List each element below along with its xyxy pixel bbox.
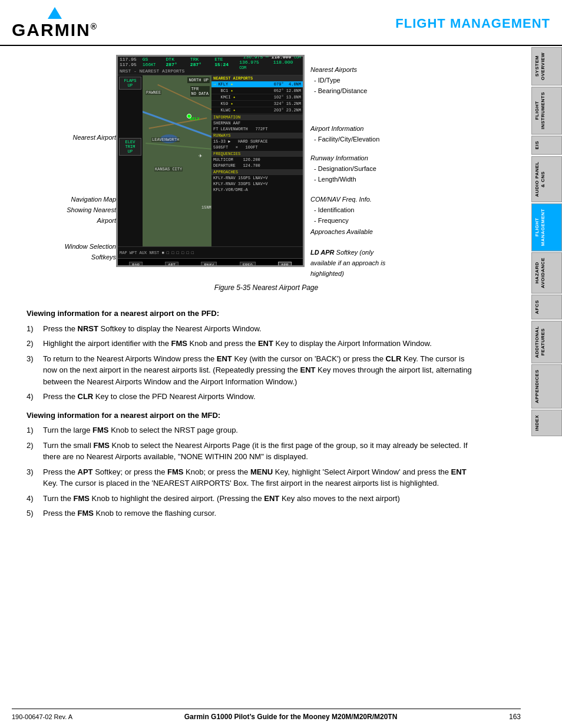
leavenworth-label: LEAVENWORTH bbox=[151, 137, 180, 142]
information-line2: FT LEAVENWORTH 772FT bbox=[211, 126, 303, 132]
kfly-map-label: KFLY bbox=[190, 117, 200, 121]
approach-2: KFLY-RNAV 33GPS LNAV+V bbox=[211, 181, 303, 187]
footer-page-number: 163 bbox=[509, 713, 521, 721]
north-up-indicator: NORTH UP bbox=[187, 77, 210, 83]
pawnee-label: PAWNEE bbox=[146, 90, 161, 95]
mfd-steps-list: 1) Turn the large FMS Knob to select the… bbox=[27, 424, 480, 519]
information-title: INFORMATION bbox=[211, 114, 303, 120]
nearest-airports-title: NEAREST AIRPORTS bbox=[211, 75, 303, 81]
avionics-screen-col: 117.95117.95 GS 166KT DTK 287° TRK 287° … bbox=[116, 55, 305, 267]
road-line-3 bbox=[146, 143, 211, 151]
ann-approaches: Approaches Available bbox=[310, 226, 373, 236]
airport-row-k59: K59 ✦ 324° 15.2NM bbox=[211, 101, 303, 107]
tab-hazard-avoidance[interactable]: HAZARDAVOIDANCE bbox=[531, 252, 562, 294]
departure-freq: DEPARTURE 124.700 bbox=[211, 163, 303, 169]
approach-1: KFLY-RNAV 15GPS LNAV+V bbox=[211, 175, 303, 181]
avionics-screen: 117.95117.95 GS 166KT DTK 287° TRK 287° … bbox=[116, 55, 305, 267]
softkey-apt[interactable]: APT bbox=[165, 262, 178, 268]
tab-flight-management[interactable]: FLIGHTMANAGEMENT bbox=[531, 203, 562, 251]
airport-row-klwc: KLWC ✦ 203° 23.2NM bbox=[211, 107, 303, 114]
ann-cominav-info: COM/NAV Freq. Info.- Identification- Fre… bbox=[310, 193, 372, 225]
approach-3: KFLY-VOR/DME-A bbox=[211, 187, 303, 193]
airport-row-bc1: BC1 ✦ 052° 12.8NM bbox=[211, 88, 303, 94]
mfd-step-5: 5) Press the FMS Knob to remove the flas… bbox=[27, 508, 480, 519]
garmin-logo: GARMIN® bbox=[12, 7, 98, 40]
avi-main-area: FLAPSUP ELEVTRIMUP bbox=[118, 75, 303, 246]
pfd-section-heading: Viewing information for a nearest airpor… bbox=[27, 308, 480, 319]
avi-data-panel: NEAREST AIRPORTS → KFLY ✦ 079° 4.0NM BC1… bbox=[211, 75, 303, 246]
softkey-freq[interactable]: FREQ bbox=[240, 262, 256, 268]
dtk-value: DTK 287° bbox=[166, 57, 188, 67]
frequencies-title: FREQUENCIES bbox=[211, 151, 303, 157]
tab-system-overview[interactable]: SYSTEMOVERVIEW bbox=[531, 47, 562, 85]
ann-airport-info: Airport Information- Facility/City/Eleva… bbox=[310, 123, 379, 144]
approaches-title: APPROACHES bbox=[211, 169, 303, 175]
garmin-triangle-icon bbox=[48, 7, 62, 19]
page-footer: 190-00647-02 Rev. A Garmin G1000 Pilot’s… bbox=[12, 709, 521, 721]
softkey-rnav[interactable]: RNAV bbox=[201, 262, 217, 268]
tab-eis[interactable]: EIS bbox=[531, 136, 562, 154]
figure-inner: Nearest Airport Navigation MapShowing Ne… bbox=[25, 55, 508, 292]
avi-subtitle: NRST - NEAREST AIRPORTS bbox=[120, 68, 184, 74]
ann-ld-apr: LD APR Softkey (onlyavailable if an appr… bbox=[310, 246, 385, 278]
tab-additional-features[interactable]: ADDITIONALFEATURES bbox=[531, 321, 562, 363]
pfd-step-2: 2) Highlight the airport identifier with… bbox=[27, 338, 480, 350]
airport-row-kfly: → KFLY ✦ 079° 4.0NM bbox=[211, 81, 303, 88]
ann-nav-map: Navigation MapShowing NearestAirport bbox=[67, 193, 116, 225]
mfd-section-heading: Viewing information for a nearest airpor… bbox=[27, 410, 480, 421]
left-annotations: Nearest Airport Navigation MapShowing Ne… bbox=[25, 55, 116, 279]
kansas-city-label: KANSAS CITY bbox=[154, 167, 183, 172]
figure-container: Nearest Airport Navigation MapShowing Ne… bbox=[12, 55, 521, 292]
tab-index[interactable]: INDEX bbox=[531, 410, 562, 436]
avi-status-bar: MAP WPT AUX NRST ■ □ □ □ □ □ □ bbox=[118, 246, 303, 258]
tab-flight-instruments[interactable]: FLIGHTINSTRUMENTS bbox=[531, 87, 562, 134]
avi-map-area: PAWNEE LEAVENWORTH KANSAS CITY KFLY 15NM… bbox=[143, 75, 211, 246]
garmin-wordmark: GARMIN® bbox=[12, 20, 98, 40]
figure-caption: Figure 5-35 Nearest Airport Page bbox=[25, 284, 508, 292]
information-line1: SHERMAN AAF bbox=[211, 120, 303, 126]
avi-left-controls: FLAPSUP ELEVTRIMUP bbox=[118, 75, 143, 246]
page-header: GARMIN® FLIGHT MANAGEMENT bbox=[0, 0, 562, 46]
trk-value: TRK 287° bbox=[190, 57, 212, 67]
mfd-step-3: 3) Press the APT Softkey; or press the F… bbox=[27, 466, 480, 489]
tab-afcs[interactable]: AFCS bbox=[531, 295, 562, 319]
ann-nearest-airports: Nearest Airports- ID/Type- Bearing/Dista… bbox=[310, 64, 368, 95]
softkey-apr[interactable]: APR bbox=[278, 262, 292, 268]
plane-icon: ✈ bbox=[199, 152, 206, 159]
softkey-pap[interactable]: PAP bbox=[129, 262, 143, 268]
footer-title: Garmin G1000 Pilot’s Guide for the Moone… bbox=[184, 713, 398, 721]
multicom-freq: MULTICOM 126.200 bbox=[211, 157, 303, 163]
pfd-step-3: 3) To return to the Nearest Airports Win… bbox=[27, 353, 480, 388]
footer-doc-id: 190-00647-02 Rev. A bbox=[12, 713, 72, 720]
flaps-control: FLAPSUP bbox=[119, 77, 141, 90]
airport-row-kmci: KMCI ✦ 102° 13.8NM bbox=[211, 94, 303, 101]
pfd-step-4: 4) Press the CLR Key to close the PFD Ne… bbox=[27, 391, 480, 403]
ann-nearest-airport: Nearest Airport bbox=[72, 131, 116, 142]
gs-label: GS 166KT bbox=[143, 57, 164, 67]
diagram-wrapper: Nearest Airport Navigation MapShowing Ne… bbox=[25, 55, 508, 279]
tfr-indicator: TFRNO DATA bbox=[190, 86, 210, 97]
trim-control: ELEVTRIMUP bbox=[119, 138, 141, 156]
distance-label: 15NM bbox=[201, 205, 211, 210]
mfd-step-2: 2) Turn the small FMS Knob to select the… bbox=[27, 440, 480, 463]
tab-audio-panel[interactable]: AUDIO PANEL& CNS bbox=[531, 156, 562, 202]
page-title: FLIGHT MANAGEMENT bbox=[395, 16, 550, 31]
mfd-step-4: 4) Turn the FMS Knob to highlight the de… bbox=[27, 493, 480, 505]
pfd-steps-list: 1) Press the NRST Softkey to display the… bbox=[27, 323, 480, 403]
ann-window-selection: Window SelectionSoftkeys bbox=[65, 241, 116, 262]
mfd-step-1: 1) Turn the large FMS Knob to select the… bbox=[27, 424, 480, 436]
kfly-marker bbox=[187, 114, 191, 118]
ete-value: ETE 15:24 bbox=[214, 57, 239, 67]
freq-display: 136.975 ↔ 118.000 COM 136.975 118.000 CO… bbox=[239, 55, 301, 70]
gs-value: 117.95117.95 bbox=[120, 57, 137, 67]
runway-dimensions: 5905FT × 100FT bbox=[211, 144, 303, 150]
ann-runway-info: Runway Information- Designation/Surface-… bbox=[310, 152, 376, 184]
runways-title: RUNWAYS bbox=[211, 133, 303, 139]
body-content: Viewing information for a nearest airpor… bbox=[12, 298, 521, 526]
avi-top-bar: 117.95117.95 GS 166KT DTK 287° TRK 287° … bbox=[118, 57, 303, 67]
runway-designation: 15-33 ▶ HARD SURFACE bbox=[211, 139, 303, 144]
right-sidebar: SYSTEMOVERVIEW FLIGHTINSTRUMENTS EIS AUD… bbox=[531, 47, 562, 436]
right-annotations-col: Nearest Airports- ID/Type- Bearing/Dista… bbox=[305, 55, 422, 279]
tab-appendices[interactable]: APPENDICES bbox=[531, 364, 562, 409]
main-content: Nearest Airport Navigation MapShowing Ne… bbox=[0, 46, 562, 535]
